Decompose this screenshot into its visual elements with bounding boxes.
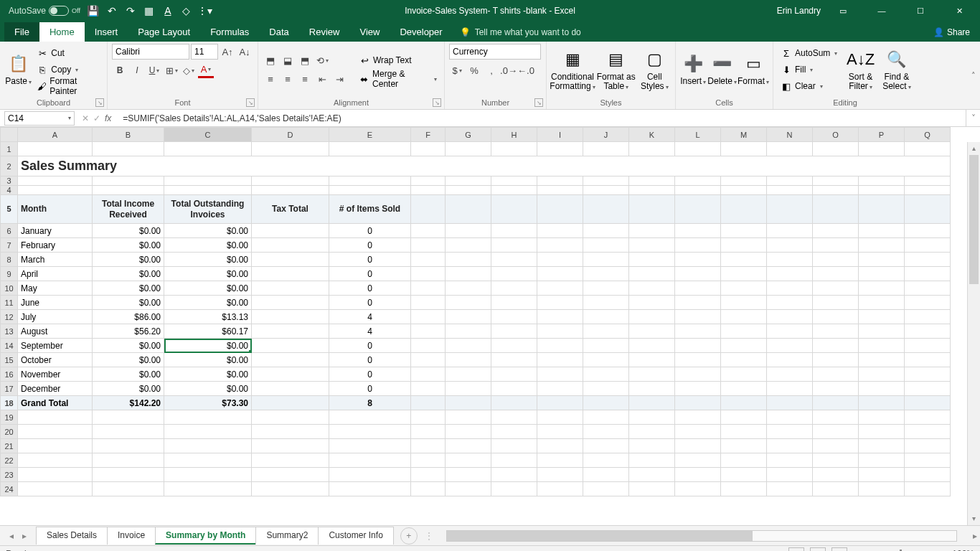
cell[interactable]: August xyxy=(18,324,93,339)
cell[interactable] xyxy=(629,296,675,310)
cell[interactable] xyxy=(859,296,905,310)
cell[interactable] xyxy=(721,267,767,281)
col-header-H[interactable]: H xyxy=(491,128,537,142)
number-format-select[interactable] xyxy=(449,44,541,60)
currency-icon[interactable]: $▾ xyxy=(449,62,465,78)
orientation-icon[interactable]: ⟲▾ xyxy=(314,52,330,68)
row-header-2[interactable]: 2 xyxy=(1,156,18,176)
cell[interactable] xyxy=(767,142,813,156)
cell[interactable] xyxy=(491,396,537,410)
cell[interactable] xyxy=(93,186,164,195)
cell[interactable] xyxy=(905,267,951,281)
cell[interactable] xyxy=(583,468,629,482)
cell[interactable] xyxy=(767,339,813,353)
cell[interactable] xyxy=(905,281,951,296)
cell[interactable] xyxy=(537,142,583,156)
cell[interactable] xyxy=(859,367,905,382)
cell[interactable] xyxy=(905,186,951,195)
cell[interactable] xyxy=(629,425,675,439)
cell[interactable] xyxy=(767,453,813,468)
cell[interactable] xyxy=(446,353,491,367)
cell[interactable] xyxy=(329,468,411,482)
scroll-up-icon[interactable]: ▴ xyxy=(968,142,980,155)
paste-button[interactable]: 📋 Paste▾ xyxy=(4,45,32,94)
cell[interactable] xyxy=(813,453,859,468)
cell[interactable]: $0.00 xyxy=(93,367,164,382)
cell[interactable] xyxy=(411,238,446,253)
cell[interactable] xyxy=(329,453,411,468)
cell[interactable] xyxy=(813,353,859,367)
col-header-P[interactable]: P xyxy=(859,128,905,142)
cell[interactable] xyxy=(537,186,583,195)
cell[interactable] xyxy=(537,468,583,482)
cell[interactable]: $0.00 xyxy=(164,296,252,310)
row-header-24[interactable]: 24 xyxy=(1,482,18,496)
cell[interactable]: 0 xyxy=(329,238,411,253)
cell[interactable] xyxy=(767,224,813,238)
autosave-toggle[interactable]: AutoSave Off xyxy=(4,6,85,16)
format-painter-button[interactable]: 🖌Format Painter xyxy=(34,78,103,94)
row-header-15[interactable]: 15 xyxy=(1,353,18,367)
cell[interactable] xyxy=(583,453,629,468)
cell[interactable] xyxy=(629,186,675,195)
cell[interactable] xyxy=(446,396,491,410)
cell[interactable] xyxy=(491,339,537,353)
row-header-5[interactable]: 5 xyxy=(1,195,18,224)
cell[interactable] xyxy=(537,324,583,339)
cell[interactable] xyxy=(329,142,411,156)
cell[interactable] xyxy=(491,281,537,296)
cell[interactable] xyxy=(446,224,491,238)
spreadsheet-grid[interactable]: ABCDEFGHIJKLMNOPQ12Sales Summary345Month… xyxy=(0,127,980,525)
cell[interactable] xyxy=(905,482,951,496)
cell[interactable] xyxy=(252,353,329,367)
cell[interactable] xyxy=(252,439,329,453)
cell[interactable] xyxy=(411,296,446,310)
fill-button[interactable]: ⬇Fill▾ xyxy=(778,62,840,77)
cell[interactable] xyxy=(411,176,446,186)
cell[interactable] xyxy=(813,425,859,439)
cell[interactable]: 4 xyxy=(329,310,411,324)
cell[interactable] xyxy=(721,296,767,310)
cell[interactable] xyxy=(905,224,951,238)
insert-cells-button[interactable]: ➕Insert▾ xyxy=(680,45,706,94)
row-header-19[interactable]: 19 xyxy=(1,410,18,425)
normal-view-icon[interactable]: ▦ xyxy=(788,547,804,552)
cell[interactable]: $0.00 xyxy=(93,353,164,367)
col-header-N[interactable]: N xyxy=(767,128,813,142)
cell[interactable] xyxy=(537,267,583,281)
cell[interactable] xyxy=(164,410,252,425)
col-header-F[interactable]: F xyxy=(411,128,446,142)
cell[interactable] xyxy=(411,324,446,339)
cell[interactable]: $0.00 xyxy=(93,253,164,267)
cell[interactable] xyxy=(859,396,905,410)
percent-icon[interactable]: % xyxy=(466,62,482,78)
cell[interactable] xyxy=(164,186,252,195)
font-color-button[interactable]: A▾ xyxy=(198,62,214,78)
cell[interactable] xyxy=(859,224,905,238)
cell[interactable] xyxy=(252,176,329,186)
cell[interactable] xyxy=(629,267,675,281)
col-header-O[interactable]: O xyxy=(813,128,859,142)
cell[interactable]: $0.00 xyxy=(93,224,164,238)
cell[interactable] xyxy=(905,324,951,339)
cell[interactable] xyxy=(675,296,721,310)
row-header-3[interactable]: 3 xyxy=(1,176,18,186)
cell[interactable] xyxy=(859,482,905,496)
cell[interactable] xyxy=(813,267,859,281)
zoom-level[interactable]: 100% xyxy=(952,549,974,552)
cell[interactable] xyxy=(859,324,905,339)
cell[interactable] xyxy=(411,339,446,353)
align-middle-icon[interactable]: ⬓ xyxy=(280,52,296,68)
clear-button[interactable]: ◧Clear▾ xyxy=(778,78,840,94)
cell[interactable]: September xyxy=(18,339,93,353)
cell[interactable] xyxy=(813,324,859,339)
cell[interactable] xyxy=(859,353,905,367)
cell[interactable] xyxy=(252,367,329,382)
row-header-17[interactable]: 17 xyxy=(1,382,18,396)
cell[interactable] xyxy=(629,453,675,468)
cell[interactable] xyxy=(629,339,675,353)
cell[interactable] xyxy=(721,425,767,439)
cell[interactable] xyxy=(491,267,537,281)
cell[interactable] xyxy=(629,224,675,238)
cell[interactable] xyxy=(675,382,721,396)
